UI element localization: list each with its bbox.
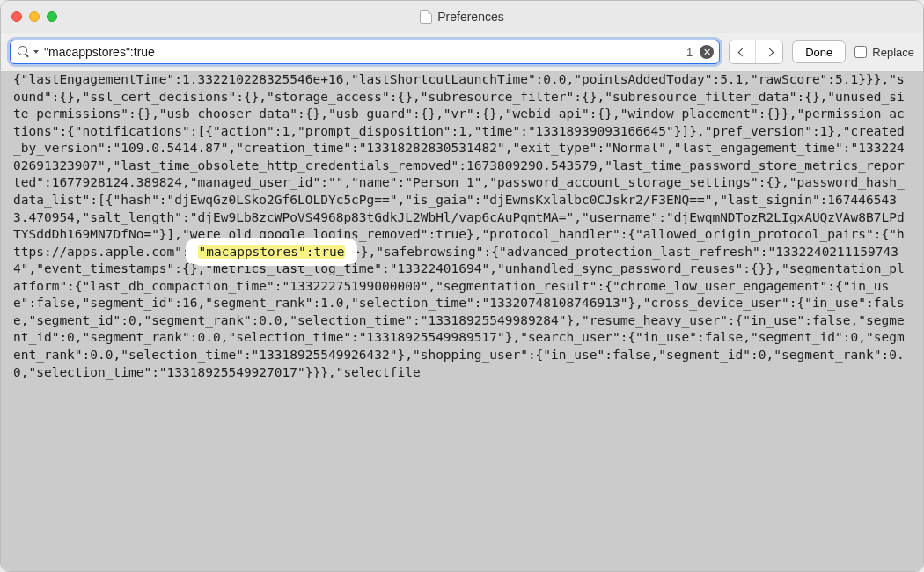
text-content[interactable]: {"lastEngagementTime":1.332210228325546e… xyxy=(1,71,923,571)
window-title-text: Preferences xyxy=(437,10,503,24)
replace-checkbox[interactable] xyxy=(854,46,867,58)
search-field-wrapper[interactable]: 1 ✕ xyxy=(10,40,720,64)
search-match-highlight: "macappstores":true xyxy=(198,245,346,259)
text-post: }}},"safebrowsing":{"advanced_protection… xyxy=(13,245,905,379)
search-options-chevron-icon[interactable] xyxy=(33,50,39,54)
search-input[interactable] xyxy=(44,45,681,59)
chevron-right-icon xyxy=(765,48,774,56)
search-result-count: 1 xyxy=(686,46,693,59)
zoom-window-button[interactable] xyxy=(47,11,57,22)
document-icon xyxy=(420,10,432,24)
window-title: Preferences xyxy=(1,10,923,24)
done-button[interactable]: Done xyxy=(792,40,846,63)
clear-search-button[interactable]: ✕ xyxy=(700,45,714,59)
search-icon xyxy=(18,46,30,58)
close-window-button[interactable] xyxy=(11,11,22,22)
find-next-button[interactable] xyxy=(756,40,782,63)
replace-toggle[interactable]: Replace xyxy=(854,46,914,59)
chevron-left-icon xyxy=(738,48,747,56)
preferences-window: Preferences 1 ✕ Done Replace {"lastEngag… xyxy=(0,0,924,572)
find-previous-button[interactable] xyxy=(730,40,756,63)
traffic-lights xyxy=(11,11,57,22)
text-pre: {"lastEngagementTime":1.332210228325546e… xyxy=(13,72,905,259)
find-bar: 1 ✕ Done Replace xyxy=(1,33,923,71)
prev-next-segment xyxy=(729,40,783,64)
minimize-window-button[interactable] xyxy=(29,11,40,22)
titlebar: Preferences xyxy=(1,1,923,33)
replace-label: Replace xyxy=(872,46,914,59)
